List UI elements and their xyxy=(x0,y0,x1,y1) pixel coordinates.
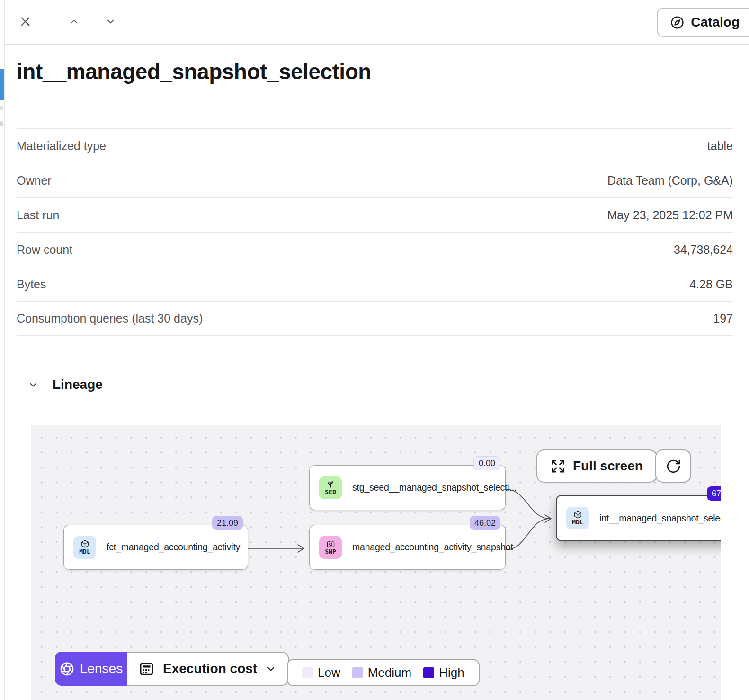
chevron-down-icon xyxy=(265,663,276,674)
legend-item-low: Low xyxy=(302,665,340,680)
collapse-chevron-icon[interactable] xyxy=(27,379,39,390)
underlay-scroll-strip xyxy=(0,0,4,700)
page-title: int__managed_snapshot_selection xyxy=(17,59,371,84)
cost-badge: 21.09 xyxy=(212,516,243,530)
metadata-row: Last run May 23, 2025 12:02 PM xyxy=(17,197,733,232)
close-icon xyxy=(19,15,32,29)
lenses-button[interactable]: Lenses xyxy=(55,652,127,686)
compass-icon xyxy=(670,15,685,30)
metadata-row: Consumption queries (last 30 days) 197 xyxy=(17,301,733,336)
metadata-label: Last run xyxy=(17,208,59,222)
node-type-label: SNP xyxy=(325,548,336,555)
lineage-canvas[interactable]: 21.09 MDL fct_managed_accounting_activit… xyxy=(31,425,721,700)
node-label: fct_managed_accounting_activity xyxy=(107,542,240,553)
metadata-row: Row count 34,738,624 xyxy=(17,232,733,267)
cost-badge: 46.02 xyxy=(470,516,500,530)
fullscreen-button[interactable]: Full screen xyxy=(536,449,657,483)
legend-item-high: High xyxy=(423,665,464,680)
nav-next-button[interactable] xyxy=(101,14,120,31)
metadata-row: Bytes 4.28 GB xyxy=(17,267,733,301)
node-label: stg_seed__managed_snapshot_selecti... xyxy=(352,482,517,493)
lineage-section-header[interactable]: Lineage xyxy=(27,375,103,394)
lineage-node-fct-managed-accounting-activity[interactable]: 21.09 MDL fct_managed_accounting_activit… xyxy=(63,525,248,570)
node-label: int__managed_snapshot_selection xyxy=(599,513,721,524)
close-button[interactable] xyxy=(14,11,36,33)
topbar: Catalog xyxy=(5,0,749,45)
lens-selector[interactable]: Execution cost xyxy=(127,652,289,686)
metadata-label: Materialized type xyxy=(17,139,106,153)
lenses-label: Lenses xyxy=(80,661,123,676)
metadata-label: Owner xyxy=(17,174,52,188)
legend-item-medium: Medium xyxy=(352,665,411,680)
metadata-value: 34,738,624 xyxy=(674,243,733,257)
cost-badge: 67 xyxy=(707,486,721,501)
node-type-chip: SNP xyxy=(319,536,342,559)
aperture-icon xyxy=(59,661,75,677)
metadata-value: table xyxy=(707,139,733,153)
node-type-chip: MDL xyxy=(73,536,96,559)
cube-icon xyxy=(80,539,89,548)
refresh-button[interactable] xyxy=(655,449,691,483)
node-type-label: MDL xyxy=(79,548,90,555)
cost-badge: 0.00 xyxy=(473,456,500,470)
lineage-section-title: Lineage xyxy=(53,377,103,392)
metadata-label: Consumption queries (last 30 days) xyxy=(17,312,203,325)
underlay-mark xyxy=(0,106,3,110)
cube-icon xyxy=(573,510,582,519)
topbar-divider xyxy=(49,7,49,38)
metadata-row: Owner Data Team (Corp, G&A) xyxy=(17,163,733,197)
metadata-label: Row count xyxy=(17,243,72,257)
legend-label: Low xyxy=(318,665,340,680)
legend-swatch-low xyxy=(302,667,313,678)
metadata-list: Materialized type table Owner Data Team … xyxy=(17,128,733,336)
legend-swatch-high xyxy=(423,667,434,678)
underlay-mark xyxy=(0,121,3,126)
legend-label: High xyxy=(439,665,464,680)
catalog-label: Catalog xyxy=(691,15,740,30)
node-type-chip: MDL xyxy=(566,507,589,529)
legend-swatch-medium xyxy=(352,667,363,678)
selection-indicator xyxy=(0,69,4,100)
calculator-icon xyxy=(138,661,155,677)
section-divider xyxy=(17,362,738,362)
node-label: managed_accounting_activity_snapshot xyxy=(352,542,513,553)
camera-icon xyxy=(326,539,335,548)
lineage-node-managed-accounting-activity-snapshot[interactable]: 46.02 SNP managed_accounting_activity_sn… xyxy=(309,525,506,570)
lenses-control-group: Lenses Execution cost xyxy=(55,652,289,686)
chevron-up-icon xyxy=(69,16,80,28)
node-type-label: SED xyxy=(325,489,336,495)
nav-previous-button[interactable] xyxy=(64,14,83,31)
detail-panel: Catalog int__managed_snapshot_selection … xyxy=(4,0,749,700)
metadata-value: 197 xyxy=(713,312,733,325)
lineage-node-int-managed-snapshot-selection[interactable]: 67 MDL int__managed_snapshot_selection xyxy=(556,495,721,541)
fullscreen-label: Full screen xyxy=(573,458,643,474)
metadata-value: May 23, 2025 12:02 PM xyxy=(607,208,733,222)
refresh-icon xyxy=(666,458,681,474)
node-type-label: MDL xyxy=(572,519,583,526)
metadata-row: Materialized type table xyxy=(17,128,733,163)
expand-icon xyxy=(551,459,565,474)
catalog-button[interactable]: Catalog xyxy=(657,8,749,37)
legend-label: Medium xyxy=(368,665,411,680)
sprout-icon xyxy=(326,480,335,489)
metadata-value: 4.28 GB xyxy=(689,278,733,291)
page: Catalog int__managed_snapshot_selection … xyxy=(0,0,749,700)
lineage-node-stg-seed-managed-snapshot-selection[interactable]: 0.00 SED stg_seed__managed_snapshot_sele… xyxy=(309,465,506,510)
lens-selected-label: Execution cost xyxy=(163,661,257,676)
cost-legend: Low Medium High xyxy=(287,659,480,686)
chevron-down-icon xyxy=(105,16,116,28)
metadata-label: Bytes xyxy=(17,278,46,291)
node-type-chip: SED xyxy=(319,476,342,499)
metadata-value: Data Team (Corp, G&A) xyxy=(607,174,733,188)
